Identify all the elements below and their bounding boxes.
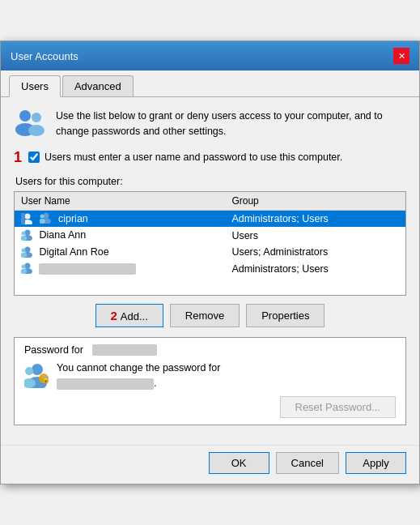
- svg-point-17: [22, 248, 26, 252]
- tab-users[interactable]: Users: [9, 75, 61, 97]
- table-row[interactable]: Digital Ann Roe Users; Administrators: [15, 244, 405, 261]
- svg-point-9: [40, 215, 45, 219]
- table-row[interactable]: Administrators; Users: [15, 261, 405, 278]
- password-group-title: Password for: [24, 344, 396, 356]
- password-group: Password for 🔒 You cannot change the pas…: [14, 337, 406, 425]
- cancel-button[interactable]: Cancel: [276, 452, 339, 474]
- svg-rect-6: [21, 213, 25, 224]
- svg-point-4: [25, 214, 31, 220]
- user-icon-diana: [21, 229, 34, 241]
- intro-text: Use the list below to grant or deny user…: [56, 109, 406, 139]
- user-group-cell: Administrators; Users: [225, 261, 405, 278]
- password-content: 🔒 You cannot change the password for . R…: [24, 362, 396, 418]
- password-username-blurred: [92, 344, 157, 356]
- password-text-area: You cannot change the password for . Res…: [57, 362, 396, 418]
- col-group: Group: [225, 192, 405, 211]
- tab-advanced[interactable]: Advanced: [62, 75, 134, 96]
- blurred-username: [39, 263, 136, 275]
- user-name-cell: [15, 261, 225, 278]
- user-name-cell: Diana Ann: [15, 227, 225, 244]
- password-name-blurred: [57, 378, 154, 390]
- window-title: User Accounts: [11, 50, 78, 62]
- main-content: Use the list below to grant or deny user…: [1, 97, 419, 445]
- apply-button[interactable]: Apply: [346, 452, 406, 474]
- svg-point-19: [25, 263, 31, 269]
- remove-button[interactable]: Remove: [170, 304, 240, 327]
- user-group-cell: Users; Administrators: [225, 244, 405, 261]
- col-username: User Name: [15, 192, 225, 211]
- svg-point-2: [32, 113, 41, 122]
- svg-point-11: [25, 229, 31, 235]
- must-login-label: Users must enter a user name and passwor…: [45, 152, 342, 163]
- title-bar: User Accounts ✕: [1, 41, 419, 70]
- user-group-cell: Users: [225, 227, 405, 244]
- table-row[interactable]: ciprian Administrators; Users: [15, 210, 405, 227]
- user-name-cell: ciprian: [15, 210, 225, 227]
- svg-point-0: [19, 110, 31, 122]
- must-login-checkbox[interactable]: [28, 152, 40, 163]
- password-user-icon: 🔒: [24, 362, 50, 388]
- user-icon-blurred: [21, 262, 34, 274]
- svg-point-15: [25, 246, 31, 252]
- user-action-buttons: 2 Add... Remove Properties: [14, 304, 406, 327]
- svg-point-7: [44, 213, 49, 219]
- step-number-1: 1: [14, 149, 22, 166]
- svg-point-23: [32, 364, 43, 375]
- svg-point-25: [25, 367, 33, 375]
- close-button[interactable]: ✕: [393, 48, 409, 64]
- user-name-cell: Digital Ann Roe: [15, 244, 225, 261]
- properties-button[interactable]: Properties: [246, 304, 325, 327]
- must-login-row: 1 Users must enter a user name and passw…: [14, 149, 406, 166]
- users-table-container: User Name Group: [14, 191, 406, 297]
- users-table: User Name Group: [15, 192, 405, 296]
- table-row-empty: [15, 277, 405, 295]
- table-row[interactable]: Diana Ann Users: [15, 227, 405, 244]
- reset-btn-row: Reset Password...: [57, 396, 396, 418]
- svg-text:🔒: 🔒: [41, 374, 51, 384]
- user-icon-ciprian: [40, 212, 53, 224]
- users-icon: [14, 109, 48, 138]
- bottom-buttons: OK Cancel Apply: [1, 445, 419, 484]
- add-button[interactable]: 2 Add...: [95, 304, 163, 327]
- dialog-window: User Accounts ✕ Users Advanced Use the l…: [0, 41, 420, 484]
- svg-point-3: [28, 125, 45, 136]
- users-section-label: Users for this computer:: [15, 176, 406, 187]
- svg-point-21: [22, 265, 26, 269]
- svg-point-13: [22, 231, 26, 235]
- intro-box: Use the list below to grant or deny user…: [14, 109, 406, 139]
- user-avatar-icon: [21, 213, 34, 224]
- ok-button[interactable]: OK: [209, 452, 269, 474]
- tab-bar: Users Advanced: [1, 70, 419, 97]
- user-icon-digital: [21, 246, 34, 258]
- reset-password-button[interactable]: Reset Password...: [280, 396, 397, 418]
- password-cannot-change-text: You cannot change the password for: [57, 362, 396, 373]
- user-group-cell: Administrators; Users: [225, 210, 405, 227]
